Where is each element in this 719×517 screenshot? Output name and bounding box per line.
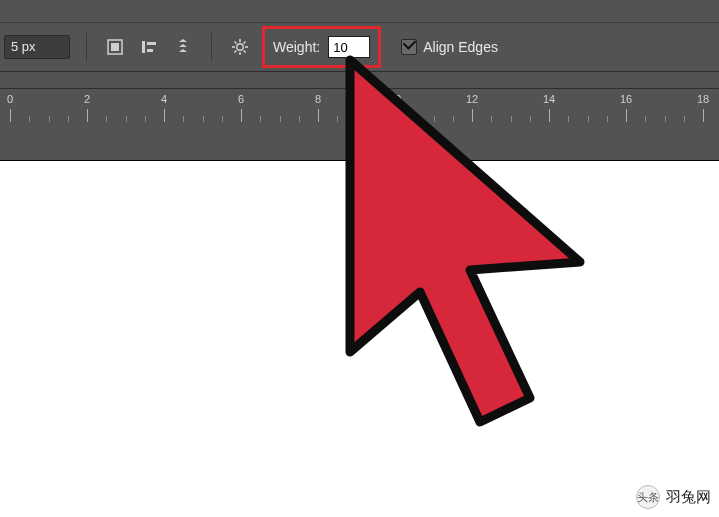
ruler-tick-major: [241, 109, 242, 123]
ruler-tick-major: [703, 109, 704, 123]
svg-rect-3: [147, 42, 156, 45]
ruler-tick-major: [626, 109, 627, 123]
svg-rect-1: [111, 43, 119, 51]
align-edges-checkbox[interactable]: [401, 39, 417, 55]
align-edges-group: Align Edges: [401, 39, 498, 55]
svg-line-14: [244, 51, 246, 53]
ruler-tick-label: 12: [466, 93, 478, 105]
watermark-text: 羽兔网: [666, 488, 711, 507]
stroke-size-input[interactable]: 5 px: [4, 35, 70, 59]
settings-gear-icon[interactable]: [228, 35, 252, 59]
document-canvas[interactable]: [0, 160, 719, 517]
path-operations-icon[interactable]: [103, 35, 127, 59]
separator: [211, 33, 212, 61]
weight-input[interactable]: [328, 36, 370, 58]
app-root: 5 px: [0, 0, 719, 517]
ruler-tick-label: 10: [389, 93, 401, 105]
svg-rect-4: [147, 49, 153, 52]
align-edges-label: Align Edges: [423, 39, 498, 55]
ruler-tick-label: 8: [315, 93, 321, 105]
weight-label: Weight:: [273, 39, 320, 55]
path-arrangement-icon[interactable]: [171, 35, 195, 59]
ruler-tick-label: 16: [620, 93, 632, 105]
ruler-tick-label: 2: [84, 93, 90, 105]
stroke-size-field: 5 px: [4, 35, 70, 59]
options-bar: 5 px: [0, 22, 719, 72]
weight-highlight-box: Weight:: [262, 26, 381, 68]
ruler-tick-major: [10, 109, 11, 123]
svg-line-13: [235, 42, 237, 44]
ruler-tick-major: [395, 109, 396, 123]
watermark-badge-icon: 头条: [636, 485, 660, 509]
svg-line-16: [244, 42, 246, 44]
svg-marker-7: [179, 49, 187, 52]
separator: [86, 33, 87, 61]
ruler-tick-major: [87, 109, 88, 123]
svg-marker-5: [179, 39, 187, 42]
ruler-tick-major: [164, 109, 165, 123]
ruler-tick-major: [472, 109, 473, 123]
ruler-tick-label: 18: [697, 93, 709, 105]
watermark: 头条 羽兔网: [636, 485, 711, 509]
ruler-tick-label: 6: [238, 93, 244, 105]
horizontal-ruler: 024681012141618: [0, 88, 719, 124]
ruler-tick-label: 14: [543, 93, 555, 105]
ruler-tick-major: [318, 109, 319, 123]
ruler-tick-label: 4: [161, 93, 167, 105]
svg-line-15: [235, 51, 237, 53]
svg-rect-2: [142, 41, 145, 53]
ruler-tick-label: 0: [7, 93, 13, 105]
path-alignment-icon[interactable]: [137, 35, 161, 59]
svg-marker-6: [179, 44, 187, 47]
ruler-tick-major: [549, 109, 550, 123]
ruler-ticks: 024681012141618: [0, 89, 719, 123]
svg-point-8: [237, 44, 243, 50]
